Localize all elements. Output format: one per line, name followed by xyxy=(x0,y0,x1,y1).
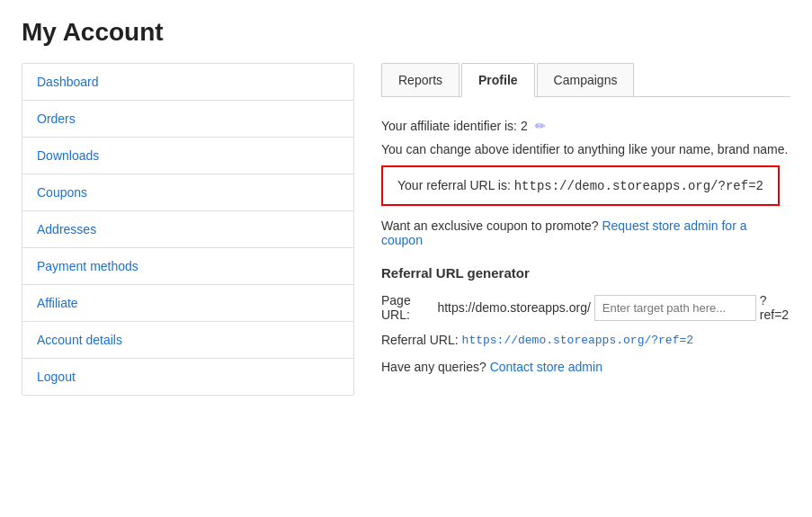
page-url-row: Page URL: https://demo.storeapps.org/ ?r… xyxy=(381,293,790,322)
tab-reports[interactable]: Reports xyxy=(381,63,460,96)
tab-campaigns[interactable]: Campaigns xyxy=(537,63,635,96)
sidebar-item-addresses[interactable]: Addresses xyxy=(22,211,353,248)
page-url-suffix: ?ref=2 xyxy=(760,293,790,322)
sidebar: Dashboard Orders Downloads Coupons Addre… xyxy=(22,63,354,396)
coupon-text: Want an exclusive coupon to promote? xyxy=(381,218,599,233)
affiliate-id-prefix: Your affiliate identifier is: xyxy=(381,119,521,133)
referral-url-generated-label: Referral URL: xyxy=(381,333,459,347)
page-url-base: https://demo.storeapps.org/ xyxy=(437,300,590,315)
main-content: Reports Profile Campaigns Your affiliate… xyxy=(354,63,790,396)
queries-line: Have any queries? Contact store admin xyxy=(381,360,790,374)
url-generator-section: Referral URL generator Page URL: https:/… xyxy=(381,265,790,347)
edit-affiliate-icon[interactable]: ✏ xyxy=(535,119,546,133)
referral-url-box: Your referral URL is: https://demo.store… xyxy=(381,165,780,206)
referral-url-value: https://demo.storeapps.org/?ref=2 xyxy=(514,179,763,193)
change-identifier-text: You can change above identifier to anyth… xyxy=(381,142,790,156)
coupon-line: Want an exclusive coupon to promote? Req… xyxy=(381,218,790,247)
sidebar-item-account-details[interactable]: Account details xyxy=(22,322,353,359)
sidebar-item-downloads[interactable]: Downloads xyxy=(22,138,353,174)
queries-text: Have any queries? xyxy=(381,360,486,374)
referral-url-generated-link[interactable]: https://demo.storeapps.org/?ref=2 xyxy=(462,334,693,347)
sidebar-item-logout[interactable]: Logout xyxy=(22,359,353,395)
sidebar-item-payment-methods[interactable]: Payment methods xyxy=(22,248,353,285)
profile-content: Your affiliate identifier is: 2 ✏ You ca… xyxy=(381,115,790,378)
referral-url-generated-value: https://demo.storeapps.org/?ref=2 xyxy=(462,334,693,347)
page-title: My Account xyxy=(22,18,790,47)
referral-url-generated-row: Referral URL: https://demo.storeapps.org… xyxy=(381,333,790,347)
generator-title: Referral URL generator xyxy=(381,265,790,281)
referral-url-prefix: Your referral URL is: xyxy=(397,178,514,192)
sidebar-item-affiliate[interactable]: Affiliate xyxy=(22,285,353,322)
affiliate-id-value: 2 xyxy=(521,119,528,133)
tabs: Reports Profile Campaigns xyxy=(381,63,790,97)
contact-admin-link[interactable]: Contact store admin xyxy=(490,360,602,374)
sidebar-item-dashboard[interactable]: Dashboard xyxy=(22,64,353,101)
sidebar-item-orders[interactable]: Orders xyxy=(22,101,353,138)
tab-profile[interactable]: Profile xyxy=(461,63,535,97)
affiliate-id-line: Your affiliate identifier is: 2 ✏ xyxy=(381,119,790,133)
target-path-input[interactable] xyxy=(594,295,756,321)
sidebar-item-coupons[interactable]: Coupons xyxy=(22,174,353,211)
page-url-label: Page URL: xyxy=(381,293,433,322)
